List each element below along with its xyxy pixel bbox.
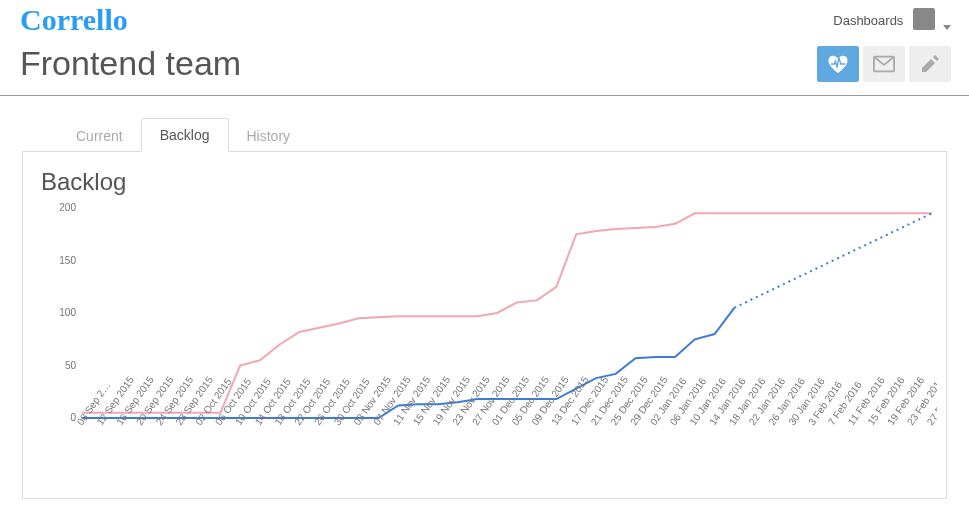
svg-text:100: 100 [59, 307, 76, 318]
chevron-down-icon [943, 25, 951, 30]
dashboards-link[interactable]: Dashboards [833, 13, 903, 28]
page-actions [817, 46, 951, 82]
mail-icon [873, 55, 895, 73]
tabs: Current Backlog History [22, 118, 947, 152]
svg-text:50: 50 [65, 360, 77, 371]
svg-text:150: 150 [59, 255, 76, 266]
heartbeat-icon [827, 54, 849, 74]
tab-backlog[interactable]: Backlog [141, 118, 229, 152]
page-title: Frontend team [20, 44, 241, 83]
mail-button[interactable] [863, 46, 905, 82]
user-menu[interactable] [913, 8, 951, 33]
topbar: Corrello Dashboards [0, 0, 969, 40]
tab-history[interactable]: History [229, 120, 309, 152]
titlebar: Frontend team [0, 40, 969, 96]
edit-button[interactable] [909, 46, 951, 82]
backlog-chart: 05010015020008 Sep 2…12 Sep 201516 Sep 2… [37, 198, 937, 498]
health-button[interactable] [817, 46, 859, 82]
avatar [913, 8, 935, 30]
svg-text:200: 200 [59, 202, 76, 213]
edit-icon [920, 54, 940, 74]
panel-title: Backlog [41, 168, 932, 196]
tab-current[interactable]: Current [58, 120, 141, 152]
top-right-nav: Dashboards [833, 8, 951, 33]
panel-backlog: Backlog 05010015020008 Sep 2…12 Sep 2015… [22, 152, 947, 499]
brand-logo[interactable]: Corrello [20, 3, 128, 37]
